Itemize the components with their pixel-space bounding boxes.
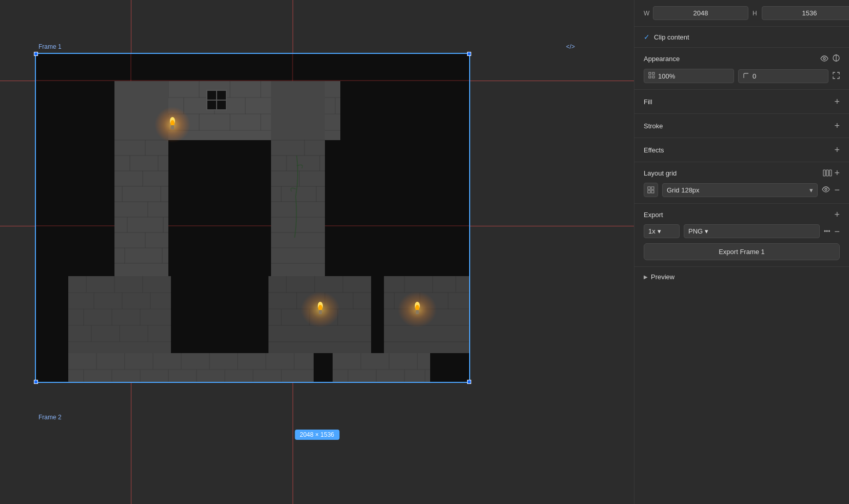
appearance-section: Appearance (634, 48, 849, 90)
grid-type-selector[interactable] (644, 183, 658, 197)
export-remove-button[interactable]: − (834, 227, 840, 236)
export-more-options[interactable]: ••• (824, 228, 831, 235)
handle-top-left[interactable] (34, 52, 38, 56)
effects-section: Effects + (634, 138, 849, 162)
layout-grid-row: Grid 128px ▾ − (644, 183, 840, 197)
svg-rect-165 (649, 76, 651, 78)
appearance-controls: 100% 0 (644, 69, 840, 83)
grid-remove-button[interactable]: − (834, 185, 840, 195)
export-format-value: PNG (688, 227, 703, 235)
svg-point-174 (825, 188, 827, 190)
stroke-title: Stroke (644, 122, 663, 130)
corner-radius-icon (743, 72, 749, 80)
height-group: H (752, 6, 849, 20)
visibility-toggle[interactable] (820, 55, 828, 63)
fill-section: Fill + (634, 90, 849, 114)
export-format-selector[interactable]: PNG ▾ (684, 224, 820, 238)
svg-rect-169 (829, 170, 832, 176)
corner-radius-control[interactable]: 0 (738, 69, 828, 83)
svg-rect-167 (823, 170, 825, 176)
appearance-icons (820, 54, 840, 64)
frame-2-label: Frame 2 (38, 414, 62, 421)
layout-grid-type-icon (823, 169, 832, 177)
svg-rect-163 (649, 72, 651, 74)
canvas-area: Frame 1 </> (0, 0, 634, 504)
layout-grid-title: Layout grid (644, 169, 677, 177)
right-panel: W H ✓ Clip content Appearance (634, 0, 849, 504)
preview-title: Preview (651, 273, 674, 281)
stroke-add-button[interactable]: + (834, 121, 840, 130)
preview-collapse-arrow: ▶ (644, 274, 648, 280)
grid-select-value: Grid 128px (667, 186, 700, 194)
appearance-title: Appearance (644, 55, 680, 63)
export-options-row: 1x ▾ PNG ▾ ••• − (644, 224, 840, 238)
height-input[interactable] (762, 6, 849, 20)
frame-selection-box (35, 53, 470, 383)
svg-rect-173 (651, 190, 654, 193)
width-group: W (644, 6, 748, 20)
dimensions-row: W H (634, 0, 849, 27)
svg-rect-166 (652, 76, 654, 78)
grid-select-dropdown[interactable]: Grid 128px ▾ (662, 183, 818, 197)
export-frame-button[interactable]: Export Frame 1 (644, 243, 840, 260)
size-label: 2048 × 1536 (295, 430, 339, 440)
handle-top-right[interactable] (467, 52, 471, 56)
h-label: H (752, 10, 759, 17)
handle-bottom-left[interactable] (34, 380, 38, 384)
preview-header[interactable]: ▶ Preview (644, 273, 840, 281)
export-title: Export (644, 211, 663, 219)
fullscreen-icon[interactable] (833, 72, 840, 81)
corner-radius-value: 0 (752, 72, 756, 80)
effects-add-button[interactable]: + (834, 145, 840, 154)
svg-rect-168 (826, 170, 828, 176)
export-scale-arrow: ▾ (658, 227, 661, 235)
svg-rect-170 (648, 187, 650, 189)
layout-grid-header: Layout grid + (644, 168, 840, 178)
clip-content-row[interactable]: ✓ Clip content (634, 27, 849, 48)
blend-mode-icon[interactable] (833, 54, 840, 64)
opacity-grid-icon (648, 72, 655, 80)
stroke-section: Stroke + (634, 114, 849, 138)
code-icon[interactable]: </> (566, 43, 575, 50)
preview-section: ▶ Preview (634, 267, 849, 287)
layout-grid-section: Layout grid + Gri (634, 162, 849, 204)
svg-rect-164 (652, 72, 654, 74)
layout-grid-header-icons: + (823, 168, 840, 178)
svg-point-161 (823, 57, 825, 60)
export-add-button[interactable]: + (834, 210, 840, 219)
export-scale-selector[interactable]: 1x ▾ (644, 224, 680, 238)
fill-add-button[interactable]: + (834, 97, 840, 106)
export-scale-value: 1x (648, 227, 655, 235)
opacity-control[interactable]: 100% (644, 69, 734, 83)
w-label: W (644, 10, 650, 17)
fill-title: Fill (644, 98, 652, 106)
grid-dropdown-arrow: ▾ (809, 186, 813, 194)
width-input[interactable] (653, 6, 748, 20)
opacity-value: 100% (658, 72, 675, 80)
handle-bottom-right[interactable] (467, 380, 471, 384)
svg-rect-171 (651, 187, 654, 189)
svg-rect-172 (648, 190, 650, 193)
frame-1-label: Frame 1 (38, 43, 62, 50)
clip-checkmark: ✓ (644, 33, 650, 41)
appearance-header: Appearance (644, 54, 840, 64)
layout-grid-add-button[interactable]: + (834, 168, 840, 178)
export-format-arrow: ▾ (705, 227, 708, 235)
export-header: Export + (644, 210, 840, 219)
clip-content-label: Clip content (654, 33, 689, 41)
effects-title: Effects (644, 146, 664, 154)
export-section: Export + 1x ▾ PNG ▾ ••• − Export Frame 1 (634, 204, 849, 267)
grid-visibility-toggle[interactable] (822, 186, 830, 194)
